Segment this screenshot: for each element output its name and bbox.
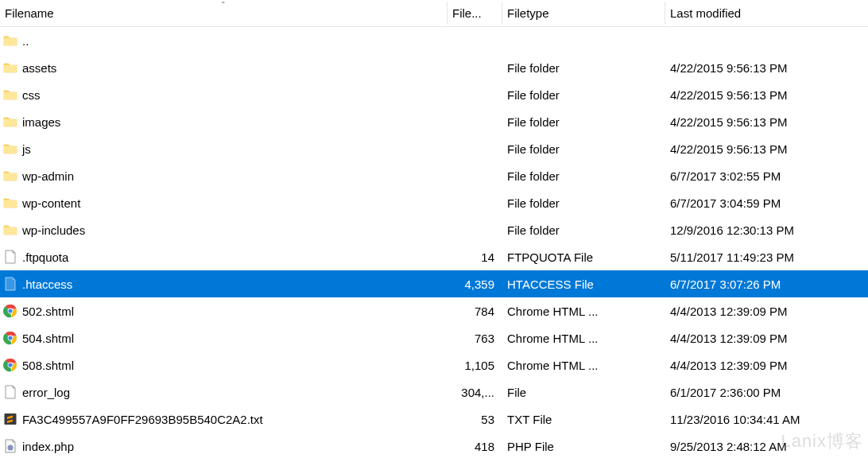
column-header-filename[interactable]: Filename ˄ xyxy=(0,2,448,25)
file-modified-label: 6/1/2017 2:36:00 PM xyxy=(665,386,868,399)
column-header-modified[interactable]: Last modified xyxy=(665,2,868,25)
folder-icon xyxy=(3,114,17,129)
file-size-label: 53 xyxy=(448,413,502,426)
file-name-label: js xyxy=(22,142,31,156)
file-icon xyxy=(3,385,17,399)
file-name-label: FA3C499557A9F0FF29693B95B540C2A2.txt xyxy=(22,413,263,426)
svg-point-8 xyxy=(8,363,12,367)
file-type-label: File folder xyxy=(502,223,665,237)
file-modified-label: 9/25/2013 2:48:12 AM xyxy=(665,440,868,453)
file-size-label: 418 xyxy=(448,440,502,453)
file-name-label: images xyxy=(22,115,60,129)
file-modified-label: 6/7/2017 3:02:55 PM xyxy=(665,169,868,183)
file-row[interactable]: .htaccess4,359HTACCESS File6/7/2017 3:07… xyxy=(0,270,868,297)
file-modified-label: 4/22/2015 9:56:13 PM xyxy=(665,115,868,129)
column-header-filetype[interactable]: Filetype xyxy=(502,2,665,25)
file-type-label: HTACCESS File xyxy=(502,278,665,291)
file-row-filename[interactable]: wp-includes xyxy=(0,223,448,237)
column-header-filename-label: Filename xyxy=(5,6,54,20)
sublime-icon xyxy=(3,412,17,426)
file-modified-label: 6/7/2017 3:07:26 PM xyxy=(665,278,868,291)
folder-icon xyxy=(3,142,17,156)
file-row[interactable]: assetsFile folder4/22/2015 9:56:13 PM xyxy=(0,54,868,81)
folder-icon xyxy=(3,33,17,48)
file-type-label: File folder xyxy=(502,61,665,75)
file-name-label: index.php xyxy=(22,440,74,453)
file-size-label: 763 xyxy=(448,332,502,345)
folder-icon xyxy=(3,87,17,102)
file-type-label: FTPQUOTA File xyxy=(502,250,665,264)
file-type-label: File folder xyxy=(502,169,665,183)
file-row[interactable]: wp-includesFile folder12/9/2016 12:30:13… xyxy=(0,216,868,243)
file-row-filename[interactable]: FA3C499557A9F0FF29693B95B540C2A2.txt xyxy=(0,412,448,426)
chrome-icon xyxy=(3,331,17,345)
file-name-label: 502.shtml xyxy=(22,305,74,318)
file-type-label: File folder xyxy=(502,115,665,129)
file-row-filename[interactable]: js xyxy=(0,142,448,156)
file-type-label: File folder xyxy=(502,142,665,156)
file-row-filename[interactable]: .htaccess xyxy=(0,277,448,291)
file-row-filename[interactable]: css xyxy=(0,87,448,102)
file-row-filename[interactable]: .. xyxy=(0,33,448,48)
file-row-filename[interactable]: index.php xyxy=(0,439,448,453)
file-name-label: css xyxy=(22,88,41,102)
file-type-label: File folder xyxy=(502,196,665,210)
file-row[interactable]: imagesFile folder4/22/2015 9:56:13 PM xyxy=(0,108,868,135)
file-modified-label: 4/22/2015 9:56:13 PM xyxy=(665,142,868,156)
file-row[interactable]: 502.shtml784Chrome HTML ...4/4/2013 12:3… xyxy=(0,297,868,324)
file-row-filename[interactable]: 502.shtml xyxy=(0,304,448,318)
file-name-label: wp-admin xyxy=(22,169,74,183)
file-name-label: assets xyxy=(22,61,56,75)
file-row[interactable]: .. xyxy=(0,27,868,54)
file-type-label: Chrome HTML ... xyxy=(502,359,665,372)
svg-point-2 xyxy=(8,309,12,312)
file-icon xyxy=(3,250,17,264)
folder-icon xyxy=(3,223,17,237)
file-type-label: Chrome HTML ... xyxy=(502,305,665,318)
file-name-label: error_log xyxy=(22,386,70,399)
file-size-label: 14 xyxy=(448,250,502,264)
file-row[interactable]: wp-contentFile folder6/7/2017 3:04:59 PM xyxy=(0,189,868,216)
file-type-label: PHP File xyxy=(502,440,665,453)
file-modified-label: 5/11/2017 11:49:23 PM xyxy=(665,250,868,264)
file-row[interactable]: cssFile folder4/22/2015 9:56:13 PM xyxy=(0,81,868,108)
file-modified-label: 6/7/2017 3:04:59 PM xyxy=(665,196,868,210)
file-row[interactable]: 508.shtml1,105Chrome HTML ...4/4/2013 12… xyxy=(0,351,868,378)
file-row-filename[interactable]: 504.shtml xyxy=(0,331,448,345)
sort-ascending-icon: ˄ xyxy=(221,2,226,10)
file-modified-label: 4/4/2013 12:39:09 PM xyxy=(665,359,868,372)
file-modified-label: 4/22/2015 9:56:13 PM xyxy=(665,61,868,75)
file-row-filename[interactable]: assets xyxy=(0,60,448,75)
svg-point-10 xyxy=(8,445,14,451)
file-name-label: 508.shtml xyxy=(22,359,74,372)
file-row-filename[interactable]: .ftpquota xyxy=(0,250,448,264)
file-blue-icon xyxy=(3,277,17,291)
file-row[interactable]: jsFile folder4/22/2015 9:56:13 PM xyxy=(0,135,868,162)
file-row-filename[interactable]: wp-content xyxy=(0,196,448,210)
folder-icon xyxy=(3,196,17,210)
file-size-label: 1,105 xyxy=(448,359,502,372)
file-row[interactable]: FA3C499557A9F0FF29693B95B540C2A2.txt53TX… xyxy=(0,406,868,433)
svg-rect-9 xyxy=(5,413,17,425)
column-header-filesize-label: File... xyxy=(452,6,482,20)
file-row[interactable]: error_log304,...File6/1/2017 2:36:00 PM xyxy=(0,378,868,406)
file-row-filename[interactable]: 508.shtml xyxy=(0,358,448,372)
file-row-filename[interactable]: error_log xyxy=(0,385,448,399)
column-header-row: Filename ˄ File... Filetype Last modifie… xyxy=(0,0,868,27)
file-name-label: wp-content xyxy=(22,196,80,210)
folder-icon xyxy=(3,169,17,183)
file-row[interactable]: 504.shtml763Chrome HTML ...4/4/2013 12:3… xyxy=(0,324,868,351)
file-row[interactable]: index.php418PHP File9/25/2013 2:48:12 AM xyxy=(0,433,868,458)
column-header-filesize[interactable]: File... xyxy=(448,2,502,25)
column-header-filetype-label: Filetype xyxy=(507,6,549,20)
file-row[interactable]: wp-adminFile folder6/7/2017 3:02:55 PM xyxy=(0,162,868,189)
file-row[interactable]: .ftpquota14FTPQUOTA File5/11/2017 11:49:… xyxy=(0,243,868,270)
file-row-filename[interactable]: wp-admin xyxy=(0,169,448,183)
file-row-filename[interactable]: images xyxy=(0,114,448,129)
file-size-label: 304,... xyxy=(448,386,502,399)
file-type-label: Chrome HTML ... xyxy=(502,332,665,345)
file-modified-label: 4/4/2013 12:39:09 PM xyxy=(665,332,868,345)
php-icon xyxy=(3,439,17,453)
file-name-label: 504.shtml xyxy=(22,332,74,345)
folder-icon xyxy=(3,60,17,75)
